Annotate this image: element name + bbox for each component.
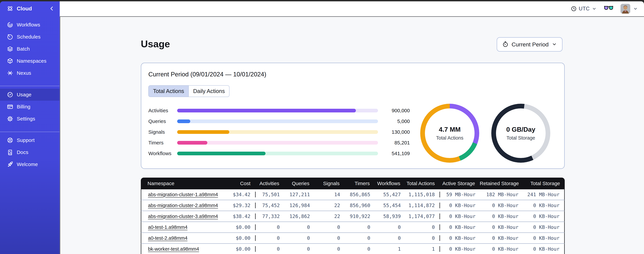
table-row: a0-test-1.a98mm4$0.000000000 KB-Hour0 KB… xyxy=(141,222,565,233)
value-cell: 0 KB-Hour xyxy=(440,224,480,230)
timezone-selector[interactable]: UTC xyxy=(571,6,597,12)
column-header[interactable]: Workflows xyxy=(374,180,405,186)
period-dropdown-button[interactable]: Current Period xyxy=(497,37,562,52)
bar-track xyxy=(177,120,378,123)
value-cell: 0 KB-Hour xyxy=(523,224,564,230)
column-header[interactable]: Namespace xyxy=(141,180,220,186)
sidebar-item-billing[interactable]: Billing xyxy=(0,101,60,113)
value-cell: $0.00 xyxy=(220,224,256,230)
tab-daily-actions[interactable]: Daily Actions xyxy=(188,86,229,97)
sidebar-item-label: Welcome xyxy=(17,162,38,167)
sidebar-item-label: Docs xyxy=(17,150,28,155)
sidebar: Cloud Workflows xyxy=(0,1,60,254)
column-header[interactable]: Signals xyxy=(314,180,344,186)
table-row: abs-migration-cluster-1.a98mm4$34.4275,5… xyxy=(141,189,565,200)
bar-track xyxy=(177,152,378,155)
bar-fill xyxy=(177,120,190,123)
namespace-cell[interactable]: a0-test-1.a98mm4 xyxy=(141,224,220,230)
usage-summary-card: Current Period (09/01/2024 — 10/01/2024)… xyxy=(141,63,565,169)
bar-track xyxy=(177,109,378,112)
value-cell: 910,922 xyxy=(345,214,375,219)
value-cell: 0 KB-Hour xyxy=(480,224,523,230)
sidebar-item-nexus[interactable]: Nexus xyxy=(0,67,60,79)
column-header[interactable]: Active Storage xyxy=(440,180,480,186)
labs-glasses-icon[interactable] xyxy=(604,5,613,12)
value-cell: 22 xyxy=(314,202,345,208)
value-cell: 1 xyxy=(375,246,406,252)
sidebar-item-usage[interactable]: Usage xyxy=(0,89,60,101)
sidebar-divider xyxy=(0,86,60,86)
account-menu[interactable] xyxy=(620,4,638,14)
sidebar-item-schedules[interactable]: Schedules xyxy=(0,31,60,43)
column-header[interactable]: Total Storage xyxy=(523,180,565,186)
sidebar-item-settings[interactable]: Settings xyxy=(0,113,60,125)
bar-label: Queries xyxy=(148,118,177,124)
sidebar-item-workflows[interactable]: Workflows xyxy=(0,19,60,31)
value-cell: 0 xyxy=(406,224,440,230)
sidebar-item-support[interactable]: Support xyxy=(0,134,60,146)
bar-fill xyxy=(177,130,229,134)
value-cell: 77,332 xyxy=(256,214,284,219)
sidebar-item-welcome[interactable]: Welcome xyxy=(0,158,60,170)
value-cell: 0 xyxy=(345,224,375,230)
namespace-link[interactable]: abs-migration-cluster-3.a98mm4 xyxy=(148,214,218,219)
sidebar-item-namespaces[interactable]: Namespaces xyxy=(0,55,60,67)
bar-label: Timers xyxy=(148,140,177,146)
bar-row-queries: Queries 5,000 xyxy=(148,119,410,124)
period-button-label: Current Period xyxy=(512,41,548,48)
sidebar-item-docs[interactable]: Docs xyxy=(0,146,60,158)
value-cell: $0.00 xyxy=(220,235,256,241)
value-cell: 0 xyxy=(314,246,345,252)
namespace-cell[interactable]: bk-worker-test.a98mm4 xyxy=(141,246,220,252)
column-header[interactable]: Cost xyxy=(220,180,255,186)
column-header[interactable]: Timers xyxy=(344,180,374,186)
nexus-icon xyxy=(7,70,14,76)
namespace-cell[interactable]: a0-test-2.a98mm4 xyxy=(141,236,220,241)
sidebar-item-batch[interactable]: Batch xyxy=(0,43,60,55)
bar-value: 85,201 xyxy=(378,140,410,146)
temporal-logo-icon xyxy=(7,5,14,12)
value-cell: 0 KB-Hour xyxy=(480,235,523,241)
batch-icon xyxy=(7,46,14,52)
column-header[interactable]: Activities xyxy=(255,180,284,186)
namespace-cell[interactable]: abs-migration-cluster-2.a98mm4 xyxy=(141,203,220,208)
brand-row[interactable]: Cloud xyxy=(0,1,60,16)
sidebar-item-label: Schedules xyxy=(17,34,40,40)
namespace-link[interactable]: abs-migration-cluster-2.a98mm4 xyxy=(148,203,218,208)
page-title: Usage xyxy=(141,38,170,50)
collapse-sidebar-icon[interactable] xyxy=(48,5,55,12)
tab-total-actions[interactable]: Total Actions xyxy=(149,86,188,97)
namespace-cell[interactable]: abs-migration-cluster-3.a98mm4 xyxy=(141,214,220,219)
column-header[interactable]: Queries xyxy=(284,180,314,186)
namespace-link[interactable]: a0-test-1.a98mm4 xyxy=(148,224,188,230)
value-cell: 0 xyxy=(256,246,284,252)
bar-track xyxy=(177,130,378,134)
value-cell: $38.42 xyxy=(220,214,256,219)
namespace-usage-table: NamespaceCostActivitiesQueriesSignalsTim… xyxy=(141,178,565,254)
bar-track xyxy=(177,141,378,144)
bar-row-timers: Timers 85,201 xyxy=(148,140,410,145)
chevron-down-icon xyxy=(633,6,638,11)
namespace-link[interactable]: bk-worker-test.a98mm4 xyxy=(148,246,199,252)
namespace-link[interactable]: abs-migration-cluster-1.a98mm4 xyxy=(148,192,218,197)
value-cell: 0 xyxy=(256,235,284,241)
table-row: abs-migration-cluster-3.a98mm4$38.4277,3… xyxy=(141,211,565,222)
donut-label: Total Actions xyxy=(436,135,464,141)
sidebar-item-label: Settings xyxy=(17,116,35,122)
value-cell: 0 xyxy=(375,224,406,230)
value-cell: 0 KB-Hour xyxy=(523,246,564,252)
column-header[interactable]: Retained Storage xyxy=(480,180,523,186)
value-cell: 59 MB-Hour xyxy=(440,192,480,197)
sidebar-item-label: Workflows xyxy=(17,22,40,28)
avatar[interactable] xyxy=(620,4,630,14)
gear-icon xyxy=(7,116,14,122)
value-cell: 0 xyxy=(375,235,406,241)
value-cell: 0 KB-Hour xyxy=(440,235,480,241)
bar-row-workflows: Workflows 541,109 xyxy=(148,151,410,156)
clock-icon xyxy=(571,6,577,12)
namespace-cell[interactable]: abs-migration-cluster-1.a98mm4 xyxy=(141,192,220,197)
column-header[interactable]: Total Actions xyxy=(405,180,440,186)
namespace-link[interactable]: a0-test-2.a98mm4 xyxy=(148,236,188,241)
value-cell: 0 xyxy=(284,235,314,241)
billing-icon xyxy=(7,104,14,110)
